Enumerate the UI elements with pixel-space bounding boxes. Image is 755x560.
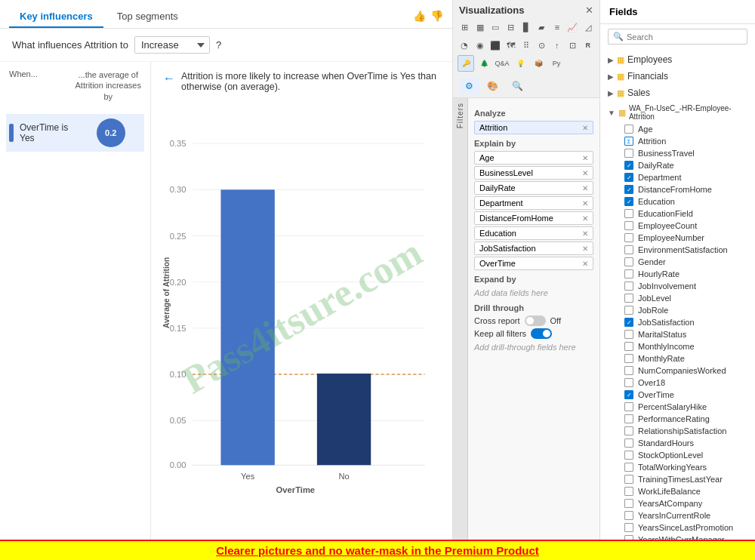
format-tab-analytics[interactable]: 🔍 xyxy=(506,78,529,94)
back-arrow-icon[interactable]: ← xyxy=(163,72,175,85)
checkbox-overtime[interactable] xyxy=(624,390,633,399)
explain-field-jobsat[interactable]: JobSatisfaction ✕ xyxy=(474,242,593,255)
checkbox-hourlyrate[interactable] xyxy=(624,269,633,278)
checkbox-jobinvolvement[interactable] xyxy=(624,282,633,291)
viz-icon-stackedbar[interactable]: ▰ xyxy=(535,19,548,35)
field-worklifebalance[interactable]: WorkLifeBalance xyxy=(618,485,755,497)
viz-icon-matrix[interactable]: ▦ xyxy=(473,19,486,35)
explain-field-distance[interactable]: DistanceFromHome ✕ xyxy=(474,211,593,225)
checkbox-standardhours[interactable] xyxy=(624,438,633,448)
viz-icon-decomp[interactable]: 🌲 xyxy=(476,55,492,72)
viz-icon-clustered[interactable]: ≡ xyxy=(550,19,564,35)
cross-report-toggle[interactable] xyxy=(525,315,546,326)
bar-no[interactable] xyxy=(317,374,371,465)
explain-age-close[interactable]: ✕ xyxy=(582,154,588,162)
checkbox-monthlyincome[interactable] xyxy=(624,342,633,351)
viz-icon-gauge[interactable]: ⊙ xyxy=(535,37,548,54)
tree-group-header-employees[interactable]: ▶ ▦ Employees xyxy=(600,52,755,67)
checkbox-relationshipsatisfaction[interactable] xyxy=(624,426,633,435)
field-educationfield[interactable]: EducationField xyxy=(618,208,755,220)
field-monthlyincome[interactable]: MonthlyIncome xyxy=(618,340,755,352)
viz-icon-r[interactable]: R xyxy=(581,37,595,54)
checkbox-employeecount[interactable] xyxy=(624,221,633,230)
viz-icon-multicard[interactable]: ⊟ xyxy=(504,19,517,35)
field-yearsatcompany[interactable]: YearsAtCompany xyxy=(618,497,755,509)
field-businesstravel[interactable]: BusinessTravel xyxy=(618,147,755,159)
checkbox-attrition[interactable] xyxy=(624,137,633,146)
tree-group-header-wa[interactable]: ▼ ▦ WA_Fn-UseC_-HR-Employee-Attrition xyxy=(600,102,755,123)
field-distancefromhome[interactable]: DistanceFromHome xyxy=(618,183,755,195)
format-tab-build[interactable]: ⚙ xyxy=(459,78,479,94)
explain-jobsat-close[interactable]: ✕ xyxy=(582,245,588,253)
viz-icon-treemap[interactable]: ⬛ xyxy=(488,37,502,54)
explain-field-business[interactable]: BusinessLevel ✕ xyxy=(474,166,593,180)
viz-icon-donut[interactable]: ◉ xyxy=(473,37,486,54)
explain-field-education[interactable]: Education ✕ xyxy=(474,226,593,240)
field-standardhours[interactable]: StandardHours xyxy=(618,437,755,449)
tab-top-segments[interactable]: Top segments xyxy=(106,6,189,28)
checkbox-worklifebalance[interactable] xyxy=(624,487,633,496)
checkbox-monthlyrate[interactable] xyxy=(624,354,633,363)
analyze-field-tag[interactable]: Attrition ✕ xyxy=(474,121,593,134)
checkbox-joblevel[interactable] xyxy=(624,294,633,303)
field-over18[interactable]: Over18 xyxy=(618,377,755,389)
field-trainingtimeslastyear[interactable]: TrainingTimesLastYear xyxy=(618,473,755,485)
tree-group-header-sales[interactable]: ▶ ▦ Sales xyxy=(600,85,755,100)
field-jobsatisfaction[interactable]: JobSatisfaction xyxy=(618,316,755,328)
checkbox-yearsatcompany[interactable] xyxy=(624,499,633,508)
field-jobinvolvement[interactable]: JobInvolvement xyxy=(618,280,755,292)
tab-key-influencers[interactable]: Key influencers xyxy=(9,6,103,28)
explain-business-close[interactable]: ✕ xyxy=(582,169,588,177)
viz-icon-smart[interactable]: 💡 xyxy=(512,55,528,72)
checkbox-gender[interactable] xyxy=(624,257,633,266)
viz-close-button[interactable]: ✕ xyxy=(585,5,593,16)
checkbox-totalworkingyears[interactable] xyxy=(624,463,633,472)
field-yearsincurrentrole[interactable]: YearsInCurrentRole xyxy=(618,509,755,522)
checkbox-businesstravel[interactable] xyxy=(624,149,633,158)
field-overtime[interactable]: OverTime xyxy=(618,389,755,401)
checkbox-performancerating[interactable] xyxy=(624,414,633,423)
tree-group-header-financials[interactable]: ▶ ▦ Financials xyxy=(600,69,755,84)
viz-icon-table[interactable]: ⊞ xyxy=(458,19,471,35)
viz-icon-area[interactable]: ◿ xyxy=(581,19,595,35)
bar-yes[interactable] xyxy=(220,189,274,465)
checkbox-percentsalaryhike[interactable] xyxy=(624,402,633,411)
field-joblevel[interactable]: JobLevel xyxy=(618,292,755,304)
checkbox-environmentsatisfaction[interactable] xyxy=(624,245,633,254)
viz-icon-map[interactable]: 🗺 xyxy=(504,37,517,54)
fields-search-input[interactable] xyxy=(627,32,742,42)
viz-icon-kpi[interactable]: ↑ xyxy=(550,37,564,54)
influencer-item-overtime[interactable]: OverTime is Yes 0.2 xyxy=(6,114,144,152)
viz-icon-py[interactable]: Py xyxy=(548,55,565,72)
checkbox-jobsatisfaction[interactable] xyxy=(624,318,633,327)
checkbox-trainingtimeslastyear[interactable] xyxy=(624,475,633,484)
field-monthlyrate[interactable]: MonthlyRate xyxy=(618,352,755,365)
viz-icon-scatter[interactable]: ⠿ xyxy=(519,37,533,54)
checkbox-dailyrate[interactable] xyxy=(624,161,633,170)
checkbox-distancefromhome[interactable] xyxy=(624,185,633,194)
attrition-dropdown[interactable]: Increase Decrease xyxy=(134,36,210,54)
checkbox-stockoptionlevel[interactable] xyxy=(624,451,633,460)
checkbox-over18[interactable] xyxy=(624,378,633,387)
field-maritalstatus[interactable]: MaritalStatus xyxy=(618,328,755,340)
checkbox-numcompaniesworked[interactable] xyxy=(624,366,633,375)
field-jobrole[interactable]: JobRole xyxy=(618,304,755,316)
explain-education-close[interactable]: ✕ xyxy=(582,229,588,238)
field-attrition[interactable]: Attrition xyxy=(618,135,755,147)
explain-distance-close[interactable]: ✕ xyxy=(582,214,588,223)
explain-field-dept[interactable]: Department ✕ xyxy=(474,196,593,210)
explain-field-overtime[interactable]: OverTime ✕ xyxy=(474,257,593,270)
field-numcompaniesworked[interactable]: NumCompaniesWorked xyxy=(618,365,755,377)
field-hourlyrate[interactable]: HourlyRate xyxy=(618,268,755,280)
explain-dept-close[interactable]: ✕ xyxy=(582,199,588,208)
checkbox-maritalstatus[interactable] xyxy=(624,330,633,339)
viz-icon-card[interactable]: ▭ xyxy=(488,19,502,35)
explain-overtime-close[interactable]: ✕ xyxy=(582,260,588,268)
field-education[interactable]: Education xyxy=(618,195,755,208)
fields-search-box[interactable]: 🔍 xyxy=(608,29,747,45)
field-employeecount[interactable]: EmployeeCount xyxy=(618,220,755,232)
checkbox-department[interactable] xyxy=(624,173,633,182)
viz-icon-qa[interactable]: Q&A xyxy=(494,55,510,72)
keep-filters-toggle[interactable] xyxy=(531,328,552,339)
field-gender[interactable]: Gender xyxy=(618,256,755,268)
